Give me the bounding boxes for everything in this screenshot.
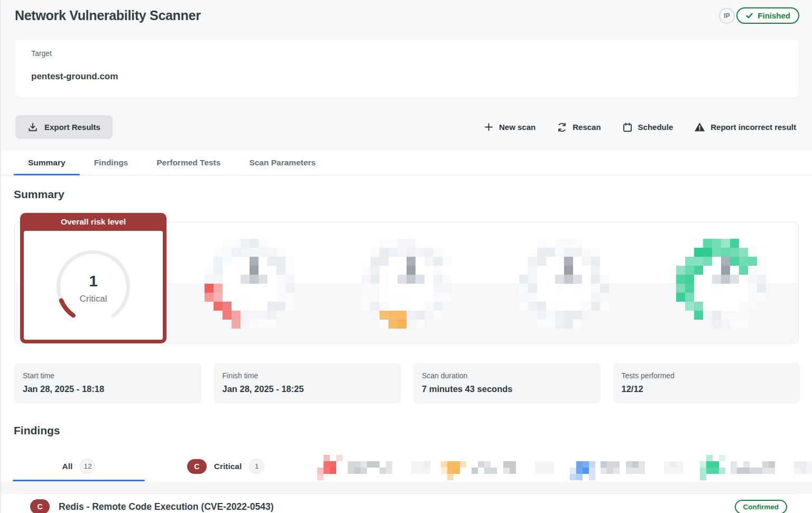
redacted-severity-pill — [317, 455, 343, 480]
redacted-filter-low[interactable] — [570, 456, 683, 479]
tab-scan-parameters[interactable]: Scan Parameters — [235, 151, 330, 175]
results-tabbar: Summary Findings Performed Tests Scan Pa… — [1, 151, 812, 175]
redacted-gauge-info[interactable] — [676, 239, 766, 329]
redacted-filter-high[interactable] — [317, 456, 430, 479]
filter-tab-all[interactable]: All 12 — [13, 452, 145, 481]
new-scan-label: New scan — [499, 123, 536, 132]
tab-findings[interactable]: Findings — [80, 151, 143, 175]
redacted-severity-pill — [570, 455, 595, 480]
download-icon — [27, 122, 38, 133]
overall-risk-gauge: 1 Critical — [24, 231, 163, 340]
redacted-filter-label — [348, 461, 392, 474]
redacted-gauge-low[interactable] — [519, 239, 609, 329]
redacted-count-badge — [664, 461, 683, 474]
toolbar-actions: New scan Rescan Schedule Report incorrec… — [484, 115, 796, 139]
calendar-icon — [622, 122, 633, 133]
export-results-button[interactable]: Export Results — [15, 115, 113, 139]
schedule-button[interactable]: Schedule — [622, 122, 673, 133]
stat-tests-performed: Tests performed 12/12 — [613, 363, 800, 404]
stat-start-time: Start time Jan 28, 2025 - 18:18 — [14, 363, 201, 404]
target-card: Target pentest-ground.com — [15, 40, 799, 98]
refresh-icon — [557, 122, 567, 133]
scan-results-screen: Network Vulnerability Scanner IP Finishe… — [0, 0, 812, 513]
redacted-count-badge — [411, 461, 430, 474]
redacted-severity-pill — [441, 455, 466, 480]
all-count-badge: 12 — [80, 459, 95, 474]
redacted-count-badge — [794, 461, 812, 474]
redacted-gauge-high[interactable] — [205, 239, 294, 329]
tab-performed-tests[interactable]: Performed Tests — [142, 151, 235, 175]
section-divider-strip — [1, 482, 812, 494]
active-tab-underline — [14, 174, 80, 175]
target-label: Target — [31, 49, 52, 58]
risk-gauge-text: 1 Critical — [24, 273, 163, 304]
stat-finish-time: Finish time Jan 28, 2025 - 18:25 — [214, 363, 401, 404]
finding-title: Redis - Remote Code Execution (CVE-2022-… — [59, 501, 726, 512]
redacted-gauge-medium[interactable] — [362, 239, 451, 329]
tab-summary[interactable]: Summary — [14, 151, 80, 175]
target-value: pentest-ground.com — [31, 71, 118, 82]
redacted-filter-info[interactable] — [700, 456, 812, 479]
ip-target-type-badge: IP — [719, 8, 735, 24]
overall-risk-title: Overall risk level — [20, 213, 167, 231]
active-filter-underline — [13, 480, 145, 481]
overall-risk-card[interactable]: Overall risk level 1 Critical — [20, 213, 167, 343]
findings-filter-row: All 12 C Critical 1 — [1, 452, 812, 482]
critical-severity-pill: C — [187, 459, 207, 474]
redacted-filter-label — [472, 461, 516, 474]
export-results-label: Export Results — [44, 123, 100, 132]
header-area: Network Vulnerability Scanner IP Finishe… — [1, 0, 812, 151]
summary-heading: Summary — [14, 188, 64, 201]
scan-status-badge: Finished — [736, 7, 799, 24]
finding-severity-pill: C — [30, 499, 50, 513]
findings-heading: Findings — [14, 424, 60, 437]
scan-stats: Start time Jan 28, 2025 - 18:18 Finish t… — [14, 363, 800, 404]
warning-icon — [694, 122, 705, 133]
finding-row[interactable]: C Redis - Remote Code Execution (CVE-202… — [14, 494, 799, 513]
report-incorrect-result-label: Report incorrect result — [710, 123, 796, 132]
findings-list-card: C Redis - Remote Code Execution (CVE-202… — [14, 494, 799, 513]
finding-status-badge: Confirmed — [735, 500, 788, 513]
scan-status-label: Finished — [758, 11, 790, 20]
redacted-severity-pill — [700, 455, 725, 480]
rescan-button[interactable]: Rescan — [557, 122, 601, 133]
new-scan-button[interactable]: New scan — [484, 122, 536, 132]
report-incorrect-result-button[interactable]: Report incorrect result — [694, 122, 796, 133]
critical-count-badge: 1 — [249, 459, 264, 474]
page-title: Network Vulnerability Scanner — [15, 8, 201, 23]
redacted-filter-label — [731, 461, 775, 474]
redacted-filter-label — [601, 461, 645, 474]
plus-icon — [484, 122, 494, 132]
critical-label: Critical — [24, 294, 163, 304]
critical-count: 1 — [24, 273, 163, 289]
filter-tab-critical[interactable]: C Critical 1 — [160, 452, 292, 481]
check-icon — [745, 12, 753, 20]
schedule-label: Schedule — [638, 123, 673, 132]
redacted-filter-medium[interactable] — [441, 456, 554, 479]
redacted-count-badge — [535, 461, 554, 474]
stat-scan-duration: Scan duration 7 minutes 43 seconds — [413, 363, 601, 404]
rescan-label: Rescan — [573, 123, 601, 132]
